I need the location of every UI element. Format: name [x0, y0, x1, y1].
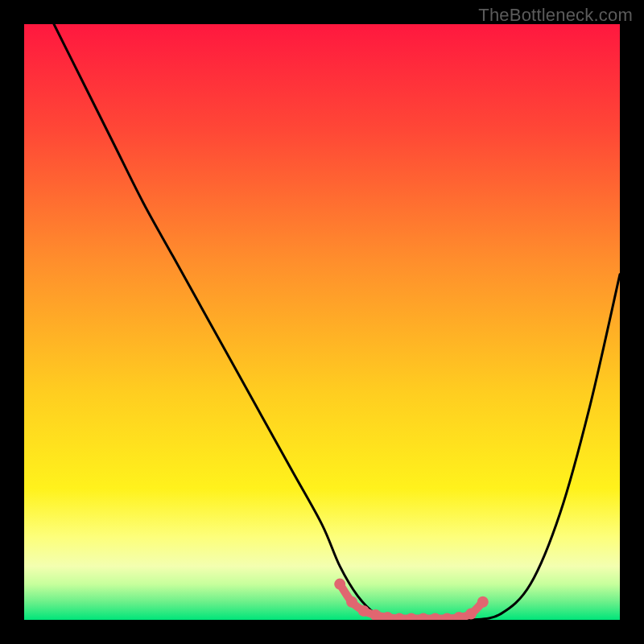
bottleneck-curve: [24, 24, 620, 620]
chart-frame: TheBottleneck.com: [0, 0, 644, 644]
watermark-text: TheBottleneck.com: [478, 5, 633, 26]
valley-marker-dot: [394, 613, 405, 620]
valley-marker-dot: [477, 597, 489, 608]
valley-marker-dot: [406, 613, 417, 620]
valley-marker-dot: [346, 597, 357, 608]
curve-line: [54, 24, 620, 620]
valley-marker-dot: [358, 605, 369, 617]
valley-marker-dot: [430, 613, 441, 620]
plot-area: [24, 24, 620, 620]
valley-marker-dot: [465, 609, 477, 620]
valley-marker-dot: [418, 613, 429, 620]
valley-marker-dot: [441, 613, 452, 620]
valley-marker-dot: [334, 579, 345, 590]
